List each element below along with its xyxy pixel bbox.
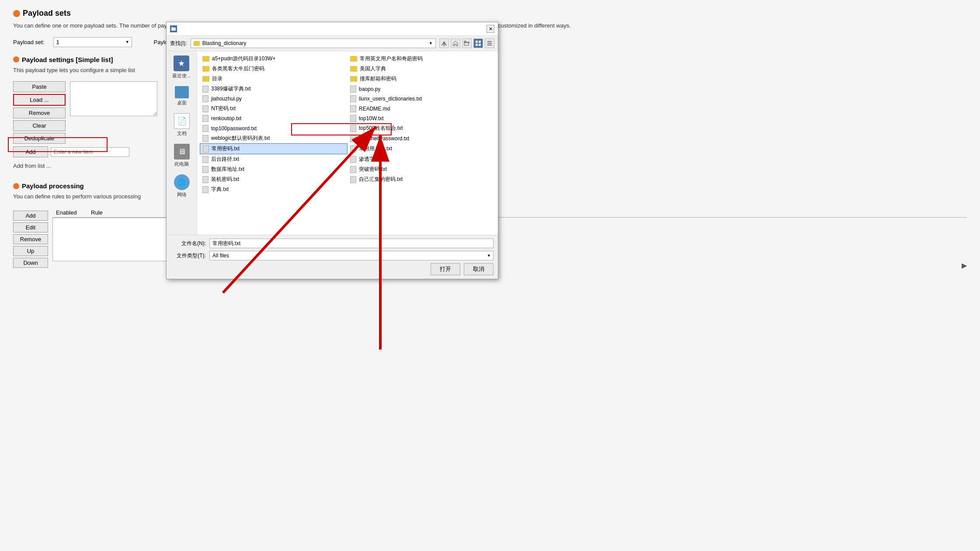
add-from-list-link[interactable]: Add from list ... <box>13 163 51 169</box>
file-item[interactable]: 自己汇集的密码.txt <box>348 174 495 184</box>
filetype-row: 文件类型(T): All files <box>171 251 493 260</box>
paste-button[interactable]: Paste <box>13 81 66 92</box>
dialog-close-button[interactable]: ✕ <box>487 25 494 33</box>
file-name: jiahouzhui.py <box>211 96 242 102</box>
remove-button[interactable]: Remove <box>13 107 66 118</box>
file-icon <box>350 135 356 142</box>
new-folder-button[interactable] <box>462 38 472 48</box>
folder-icon <box>350 76 357 82</box>
proc-up-button[interactable]: Up <box>13 246 48 256</box>
documents-icon: 📄 <box>174 113 190 129</box>
dialog-file-list: a5+pudn源代码目录103W+常用英文用户名和奇葩密码各类黑客大牛后门密码美… <box>197 51 498 235</box>
file-item[interactable]: 常用密码.txt <box>200 143 348 154</box>
add-item-input[interactable] <box>51 147 129 157</box>
home-button[interactable] <box>451 38 460 48</box>
file-name: 字典.txt <box>211 186 229 193</box>
sidebar-label-recent: 最近使... <box>172 73 191 79</box>
file-item[interactable]: top100password.txt <box>200 123 348 133</box>
file-name: top100password.txt <box>211 125 257 132</box>
file-dialog: ✕ 查找(I): Blasting_dictionary ▼ <box>166 22 498 279</box>
file-item[interactable]: renkoutop.txt <box>200 114 348 123</box>
dialog-sidebar: ★ 最近使... 桌面 📄 文档 🖥 此电脑 🌐 网络 <box>167 51 197 235</box>
file-name: 数据库地址.txt <box>211 166 244 173</box>
svg-rect-7 <box>479 41 481 43</box>
open-button[interactable]: 打开 <box>431 263 460 275</box>
filetype-select-wrapper: All files <box>209 251 493 260</box>
folder-icon <box>350 56 357 62</box>
file-item[interactable]: NT密码.txt <box>200 104 348 114</box>
file-name: 装机密码.txt <box>211 176 239 183</box>
file-name: 后台路径.txt <box>211 156 239 163</box>
file-name: 3389爆破字典.txt <box>211 85 251 93</box>
file-item[interactable]: 目录 <box>200 74 348 84</box>
sidebar-item-computer[interactable]: 🖥 此电脑 <box>174 144 190 167</box>
file-item[interactable]: webshellPassword.txt <box>348 133 495 143</box>
desktop-icon <box>175 86 189 98</box>
recent-icon: ★ <box>174 55 189 71</box>
file-item[interactable]: 数据库地址.txt <box>200 164 348 174</box>
file-name: weblogic默认密码列表.txt <box>211 135 270 142</box>
add-button[interactable]: Add <box>13 146 48 157</box>
file-item[interactable]: jiahouzhui.py <box>200 94 348 104</box>
file-name: 各类黑客大牛后门密码 <box>212 65 264 73</box>
file-icon <box>350 105 356 112</box>
proc-edit-button[interactable]: Edit <box>13 222 48 232</box>
file-item[interactable]: 各类黑客大牛后门密码 <box>200 64 348 74</box>
file-item[interactable]: 渗透字典.txt <box>348 154 495 164</box>
file-name: NT密码.txt <box>211 105 236 112</box>
filename-input[interactable] <box>209 239 493 248</box>
cancel-button[interactable]: 取消 <box>464 263 493 275</box>
deduplicate-button[interactable]: Deduplicate <box>13 133 66 144</box>
file-item[interactable]: a5+pudn源代码目录103W+ <box>200 54 348 64</box>
clear-button[interactable]: Clear <box>13 120 66 131</box>
dialog-action-row: 打开 取消 <box>171 263 493 275</box>
file-item[interactable]: 字典.txt <box>200 184 348 194</box>
sidebar-item-recent[interactable]: ★ 最近使... <box>172 55 191 79</box>
file-item[interactable]: liunx_users_dictionaries.txt <box>348 94 495 104</box>
sidebar-item-desktop[interactable]: 桌面 <box>175 86 189 106</box>
file-name: README.md <box>359 106 390 112</box>
dialog-body: ★ 最近使... 桌面 📄 文档 🖥 此电脑 🌐 网络 <box>167 51 498 235</box>
icon-view-button[interactable] <box>473 38 483 48</box>
file-icon <box>350 125 356 132</box>
proc-add-button[interactable]: Add <box>13 211 48 221</box>
file-name: 美国人字典 <box>360 65 386 73</box>
file-name: baopo.py <box>359 86 380 92</box>
svg-rect-8 <box>476 44 478 46</box>
file-item[interactable]: 常用英文用户名和奇葩密码 <box>348 54 495 64</box>
file-item[interactable]: 后台路径.txt <box>200 154 348 164</box>
computer-icon: 🖥 <box>174 144 190 159</box>
file-item[interactable]: 3389爆破字典.txt <box>200 84 348 94</box>
list-view-button[interactable] <box>485 38 494 48</box>
folder-icon <box>202 56 209 62</box>
file-name: 自己汇集的密码.txt <box>359 176 403 183</box>
payload-set-select[interactable]: 1 <box>53 37 132 47</box>
file-icon <box>350 166 356 173</box>
file-item[interactable]: top10W.txt <box>348 114 495 123</box>
nav-up-button[interactable] <box>439 38 449 48</box>
file-item[interactable]: 美国人字典 <box>348 64 495 74</box>
sidebar-item-network[interactable]: 🌐 网络 <box>174 174 190 198</box>
file-name: 撞库邮箱和密码 <box>360 75 396 83</box>
file-name: top500姓名组合.txt <box>359 125 403 132</box>
file-item[interactable]: weblogic默认密码列表.txt <box>200 133 348 143</box>
file-item[interactable]: 撞库邮箱和密码 <box>348 74 495 84</box>
file-name: webshellPassword.txt <box>359 135 409 142</box>
payload-list-textarea[interactable] <box>70 81 157 116</box>
file-item[interactable]: README.md <box>348 104 495 114</box>
load-button[interactable]: Load ... <box>13 94 66 106</box>
file-item[interactable]: top500姓名组合.txt <box>348 123 495 133</box>
file-item[interactable]: 装机密码.txt <box>200 174 348 184</box>
file-name: 突破密码.txt <box>359 166 387 173</box>
proc-remove-button[interactable]: Remove <box>13 234 48 244</box>
filetype-select[interactable]: All files <box>209 251 493 260</box>
proc-down-button[interactable]: Down <box>13 258 48 268</box>
current-path-text: Blasting_dictionary <box>202 40 426 46</box>
file-item[interactable]: 常用用户名.txt <box>348 143 495 154</box>
sidebar-item-documents[interactable]: 📄 文档 <box>174 113 190 137</box>
file-item[interactable]: baopo.py <box>348 84 495 94</box>
path-label: 查找(I): <box>170 40 187 47</box>
dialog-path-select[interactable]: Blasting_dictionary ▼ <box>191 38 436 48</box>
file-item[interactable]: 突破密码.txt <box>348 164 495 174</box>
main-panel: Payload sets You can define one or more … <box>0 0 980 551</box>
